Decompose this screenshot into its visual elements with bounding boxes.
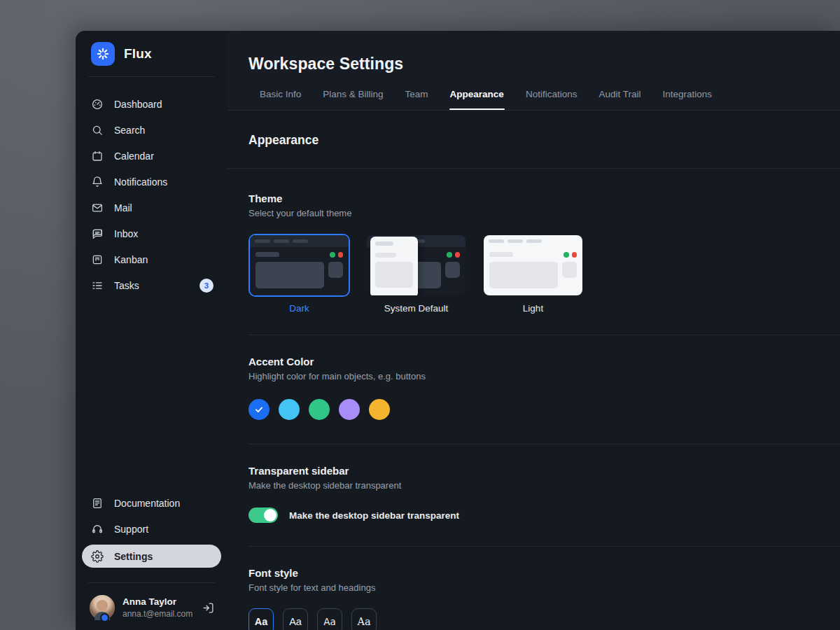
theme-subtitle: Select your default theme <box>248 207 840 220</box>
tab-team[interactable]: Team <box>405 89 429 110</box>
accent-color-section: Accent Color Highlight color for main ob… <box>248 335 840 444</box>
sidebar-item-tasks[interactable]: Tasks 3 <box>76 272 227 298</box>
page-header: Workspace Settings Basic Info Plans & Bi… <box>227 31 840 110</box>
main-content: Workspace Settings Basic Info Plans & Bi… <box>227 31 840 630</box>
avatar-status-badge <box>100 613 109 622</box>
sidebar-item-label: Support <box>114 524 148 535</box>
sidebar-item-label: Kanban <box>114 254 148 265</box>
font-option-3[interactable]: Aa <box>317 608 342 630</box>
font-option-1-selected[interactable]: Aa <box>248 608 274 630</box>
search-icon <box>91 124 104 136</box>
sidebar-nav: Dashboard Search Calendar <box>76 91 227 298</box>
tab-plans-billing[interactable]: Plans & Billing <box>322 89 384 110</box>
sidebar-item-settings[interactable]: Settings <box>82 545 221 568</box>
sidebar-item-search[interactable]: Search <box>76 117 227 143</box>
font-option-2[interactable]: Aa <box>283 608 308 630</box>
accent-swatch-blue-selected[interactable] <box>248 399 270 420</box>
mail-icon <box>91 202 104 214</box>
accent-swatch-cyan[interactable] <box>279 399 300 420</box>
sidebar-item-label: Mail <box>114 202 132 214</box>
sidebar-item-mail[interactable]: Mail <box>76 195 227 220</box>
sidebar-item-inbox[interactable]: Inbox <box>76 220 227 246</box>
tab-basic-info[interactable]: Basic Info <box>259 89 302 110</box>
section-header: Appearance <box>227 111 840 168</box>
accent-swatch-purple[interactable] <box>339 399 360 420</box>
sidebar-footer: Documentation Support Settings <box>76 490 227 630</box>
toggle-knob <box>264 509 276 522</box>
sidebar-item-label: Search <box>114 125 145 136</box>
sidebar-item-support[interactable]: Support <box>76 516 227 542</box>
dashboard-icon <box>91 98 104 111</box>
inbox-icon <box>91 227 104 240</box>
accent-subtitle: Highlight color for main objects, e.g. b… <box>248 370 840 383</box>
transparent-toggle-label: Make the desktop sidebar transparent <box>289 510 459 521</box>
font-option-4[interactable]: Aa <box>351 608 377 630</box>
logout-icon <box>202 601 215 615</box>
sidebar-item-kanban[interactable]: Kanban <box>76 246 227 272</box>
tab-appearance[interactable]: Appearance <box>449 89 505 110</box>
sidebar-item-label: Inbox <box>114 228 138 239</box>
avatar[interactable] <box>90 595 115 620</box>
calendar-icon <box>91 150 104 162</box>
sidebar-item-documentation[interactable]: Documentation <box>76 490 227 516</box>
sidebar-item-calendar[interactable]: Calendar <box>76 143 227 169</box>
theme-label-system: System Default <box>384 303 449 314</box>
document-icon <box>91 497 104 510</box>
kanban-icon <box>91 253 104 266</box>
app-name: Flux <box>124 46 152 62</box>
flux-logo-icon <box>91 42 115 66</box>
transparent-subtitle: Make the desktop sidebar transparent <box>248 479 840 492</box>
sidebar-item-label: Tasks <box>114 280 139 291</box>
theme-preview-light <box>484 235 582 295</box>
sidebar-item-label: Notifications <box>114 176 167 188</box>
font-style-section: Font style Font style for text and headi… <box>248 547 840 630</box>
user-profile: Anna Taylor anna.t@email.com <box>76 583 227 630</box>
user-email: anna.t@email.com <box>122 609 192 619</box>
tab-notifications[interactable]: Notifications <box>525 89 578 110</box>
accent-swatch-amber[interactable] <box>369 399 390 420</box>
headset-icon <box>91 523 104 536</box>
theme-label-dark: Dark <box>289 303 309 314</box>
app-window: Flux Dashboard Search <box>76 31 840 630</box>
settings-content: Theme Select your default theme <box>227 169 840 630</box>
sidebar-item-label: Calendar <box>114 150 154 162</box>
transparent-toggle-row: Make the desktop sidebar transparent <box>248 507 840 523</box>
font-title: Font style <box>248 566 840 580</box>
app-logo: Flux <box>76 31 227 76</box>
theme-option-light[interactable]: Light <box>482 234 584 314</box>
sidebar-item-label: Documentation <box>114 498 180 509</box>
transparent-sidebar-section: Transparent sidebar Make the desktop sid… <box>248 444 840 546</box>
bell-icon <box>91 176 104 188</box>
accent-swatches <box>248 399 840 420</box>
gear-icon <box>91 550 104 563</box>
tab-bar: Basic Info Plans & Billing Team Appearan… <box>259 89 840 110</box>
sidebar: Flux Dashboard Search <box>76 31 227 630</box>
tab-audit-trail[interactable]: Audit Trail <box>598 89 641 110</box>
section-title: Appearance <box>248 133 840 148</box>
sidebar-divider <box>88 76 215 77</box>
theme-option-dark[interactable]: Dark <box>248 234 350 314</box>
sidebar-item-label: Settings <box>114 551 153 562</box>
font-subtitle: Font style for text and headings <box>248 582 840 594</box>
theme-option-system[interactable]: System Default <box>365 234 467 314</box>
page-title: Workspace Settings <box>248 55 840 74</box>
sidebar-item-notifications[interactable]: Notifications <box>76 169 227 195</box>
sidebar-item-label: Dashboard <box>114 99 162 110</box>
theme-section: Theme Select your default theme <box>248 169 840 335</box>
theme-preview-system <box>367 235 465 295</box>
tasks-count-badge: 3 <box>200 279 214 293</box>
transparent-title: Transparent sidebar <box>248 464 840 477</box>
transparent-sidebar-toggle[interactable] <box>248 507 278 523</box>
accent-title: Accent Color <box>248 355 840 368</box>
user-meta: Anna Taylor anna.t@email.com <box>122 596 192 620</box>
theme-label-light: Light <box>523 303 543 314</box>
logout-button[interactable] <box>202 601 215 615</box>
check-icon <box>254 405 264 414</box>
tab-integrations[interactable]: Integrations <box>662 89 713 110</box>
theme-title: Theme <box>248 192 840 205</box>
sidebar-item-dashboard[interactable]: Dashboard <box>76 91 227 117</box>
theme-preview-dark <box>250 235 349 295</box>
theme-options: Dark <box>248 234 840 314</box>
accent-swatch-green[interactable] <box>309 399 330 420</box>
user-name: Anna Taylor <box>122 596 192 608</box>
